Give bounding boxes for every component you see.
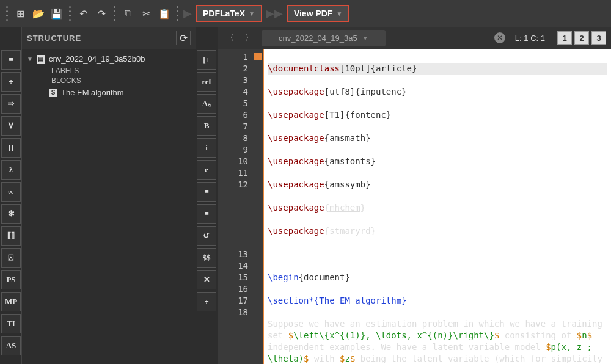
insert-button[interactable]: ↺ (197, 226, 216, 246)
main-area: ≡÷⇒∀{}λ∞✻⟦⟧⍓PSMPTIAS STRUCTURE ⟳ ▼ ▤ cnv… (0, 27, 611, 364)
nav-back-icon[interactable]: 〈 (222, 32, 237, 45)
view-num-button[interactable]: 3 (591, 31, 606, 45)
refresh-icon[interactable]: ⟳ (176, 31, 191, 45)
insert-button[interactable]: $$ (197, 248, 216, 268)
nav-forward-icon[interactable]: 〉 (242, 32, 257, 45)
viewer-dropdown[interactable]: View PDF ▼ (287, 5, 349, 22)
tree-file-row[interactable]: ▼ ▤ cnv_2022_04_19_3a52b0b (22, 53, 196, 65)
compile-play-icon[interactable]: ▶ (183, 7, 192, 20)
main-toolbar: ⊞ 📂 💾 ↶ ↷ ⧉ ✂ 📋 ▶ PDFLaTeX ▼ ▶▶ View PDF… (0, 0, 611, 27)
fold-gutter (253, 49, 264, 364)
compile-view-icon[interactable]: ▶▶ (266, 7, 283, 20)
chevron-down-icon: ▼ (336, 10, 342, 17)
cut-icon[interactable]: ✂ (139, 6, 153, 21)
insert-button[interactable]: ✕ (197, 270, 216, 289)
toolbar-separator (6, 6, 8, 21)
symbol-button[interactable]: MP (1, 292, 21, 311)
insert-button[interactable]: [+ (197, 50, 216, 70)
insert-button[interactable]: Aₐ (197, 94, 216, 114)
symbol-button[interactable]: PS (1, 270, 21, 289)
new-file-icon[interactable]: ⊞ (13, 6, 27, 21)
code-editor[interactable]: 123456789101112 131415161718 \documentcl… (218, 49, 611, 364)
toolbar-separator (177, 6, 178, 21)
structure-tree: ▼ ▤ cnv_2022_04_19_3a52b0b LABELS BLOCKS… (22, 49, 196, 103)
copy-icon[interactable]: ⧉ (120, 6, 135, 21)
tree-file-label: cnv_2022_04_19_3a52b0b (49, 54, 145, 64)
view-num-button[interactable]: 2 (574, 31, 589, 45)
insert-button[interactable]: ÷ (197, 292, 216, 311)
redo-icon[interactable]: ↷ (94, 6, 109, 21)
structure-panel: STRUCTURE ⟳ ▼ ▤ cnv_2022_04_19_3a52b0b L… (22, 27, 196, 364)
compiler-dropdown[interactable]: PDFLaTeX ▼ (196, 5, 262, 22)
symbol-button[interactable]: {} (1, 138, 21, 158)
line-gutter: 123456789101112 131415161718 (218, 49, 253, 364)
editor-area: 〈 〉 cnv_2022_04_19_3a5 ▼ ✕ L: 1 C: 1 123… (218, 27, 611, 364)
fold-marker[interactable] (254, 53, 262, 60)
toolbar-separator (69, 6, 71, 21)
view-switcher: 123 (557, 31, 606, 45)
symbol-button[interactable]: ≡ (1, 50, 21, 70)
open-file-icon[interactable]: 📂 (31, 6, 46, 21)
symbol-button[interactable]: ∀ (1, 116, 21, 136)
close-tab-button[interactable]: ✕ (494, 32, 505, 43)
chevron-down-icon: ▼ (27, 56, 33, 62)
insert-toolbar: [+refAₐBie≡≡↺$$✕÷ (196, 27, 218, 364)
symbol-button[interactable]: AS (1, 336, 21, 355)
file-icon: ▤ (37, 55, 45, 64)
symbol-button[interactable]: ÷ (1, 72, 21, 92)
insert-button[interactable]: e (197, 160, 216, 180)
insert-button[interactable]: ≡ (197, 182, 216, 202)
symbol-button[interactable]: ∞ (1, 182, 21, 202)
compiler-label: PDFLaTeX (203, 9, 245, 18)
tab-filename: cnv_2022_04_19_3a5 (279, 34, 357, 43)
tree-labels[interactable]: LABELS (22, 67, 196, 75)
tree-section-row[interactable]: S The EM algorithm (22, 86, 196, 99)
toolbar-separator (114, 6, 115, 21)
tab-bar: 〈 〉 cnv_2022_04_19_3a5 ▼ ✕ L: 1 C: 1 123 (218, 27, 611, 49)
symbol-button[interactable]: ⟦⟧ (1, 226, 21, 246)
section-icon: S (49, 89, 57, 97)
structure-header: STRUCTURE ⟳ (22, 27, 196, 49)
symbol-button[interactable]: ⍓ (1, 248, 21, 268)
code-content[interactable]: \documentclass[10pt]{article} \usepackag… (264, 49, 611, 364)
cursor-position: L: 1 C: 1 (515, 34, 545, 43)
chevron-down-icon: ▼ (362, 35, 368, 42)
tree-section-label: The EM algorithm (61, 88, 124, 97)
symbol-button[interactable]: ⇒ (1, 94, 21, 114)
symbol-button[interactable]: ✻ (1, 204, 21, 224)
insert-button[interactable]: B (197, 116, 216, 136)
symbol-button[interactable]: TI (1, 314, 21, 333)
insert-button[interactable]: i (197, 138, 216, 158)
save-file-icon[interactable]: 💾 (49, 6, 64, 21)
left-symbol-panel: ≡÷⇒∀{}λ∞✻⟦⟧⍓PSMPTIAS (0, 27, 22, 364)
paste-icon[interactable]: 📋 (157, 6, 172, 21)
insert-button[interactable]: ref (197, 72, 216, 92)
viewer-label: View PDF (294, 9, 333, 18)
chevron-down-icon: ▼ (249, 10, 255, 17)
tree-blocks[interactable]: BLOCKS (22, 76, 196, 85)
file-tab[interactable]: cnv_2022_04_19_3a5 ▼ (262, 30, 386, 46)
symbol-button[interactable]: λ (1, 160, 21, 180)
undo-icon[interactable]: ↶ (76, 6, 90, 21)
insert-button[interactable]: ≡ (197, 204, 216, 224)
view-num-button[interactable]: 1 (557, 31, 572, 45)
structure-title: STRUCTURE (27, 34, 81, 43)
